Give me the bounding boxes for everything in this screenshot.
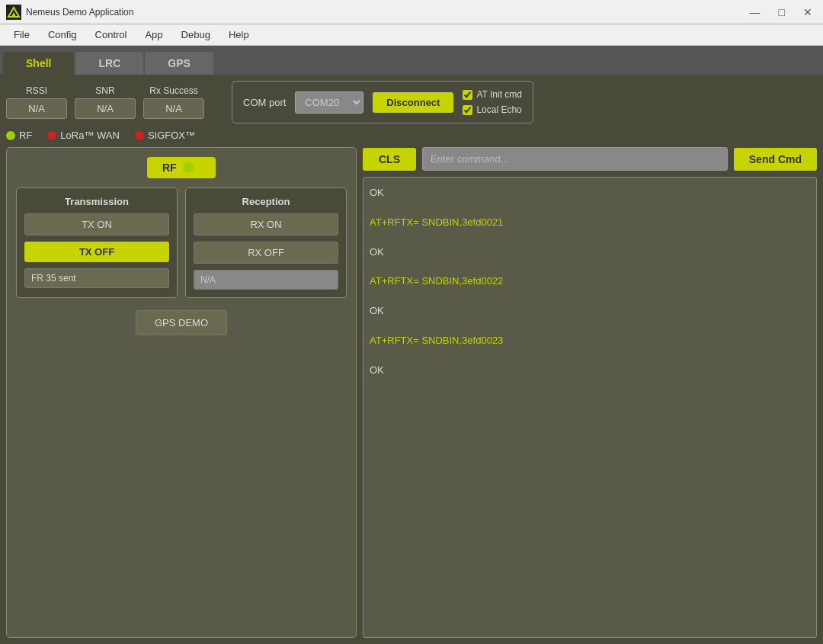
menu-debug[interactable]: Debug xyxy=(174,26,218,43)
command-input[interactable] xyxy=(422,147,728,171)
lora-radio[interactable]: LoRa™ WAN xyxy=(47,130,120,141)
log-area[interactable]: OKAT+RFTX= SNDBIN,3efd0021OKAT+RFTX= SND… xyxy=(363,177,817,638)
tab-gps[interactable]: GPS xyxy=(145,52,213,75)
app-logo xyxy=(6,5,21,20)
rf-dot xyxy=(6,131,15,140)
rf-toggle-label: RF xyxy=(162,162,177,174)
left-panel: RF Transmission TX ON TX OFF FR 35 sent … xyxy=(6,147,357,638)
com-section: COM port COM20 COM1 COM3 Disconnect AT I… xyxy=(232,81,533,123)
menu-control[interactable]: Control xyxy=(88,26,135,43)
snr-label: SNR xyxy=(95,85,114,96)
reception-title: Reception xyxy=(242,196,290,207)
rssi-metric: RSSI N/A xyxy=(6,85,67,119)
log-line: AT+RFTX= SNDBIN,3efd0023 xyxy=(370,332,810,351)
log-line: OK xyxy=(370,361,810,380)
rx-success-label: Rx Success xyxy=(149,85,197,96)
rx-status-field: N/A xyxy=(194,270,338,290)
metrics-group: RSSI N/A SNR N/A Rx Success N/A xyxy=(6,85,204,119)
log-line: AT+RFTX= SNDBIN,3efd0021 xyxy=(370,213,810,232)
sigfox-radio[interactable]: SIGFOX™ xyxy=(135,130,195,141)
transmission-title: Transmission xyxy=(65,196,129,207)
local-echo-checkbox-label[interactable]: Local Echo xyxy=(463,104,522,115)
maximize-button[interactable]: □ xyxy=(774,5,789,20)
menu-app[interactable]: App xyxy=(137,26,170,43)
content-area: RF Transmission TX ON TX OFF FR 35 sent … xyxy=(6,147,817,638)
checkbox-group: AT Init cmd Local Echo xyxy=(463,89,522,115)
window-controls: — □ ✕ xyxy=(745,5,817,20)
rf-radio[interactable]: RF xyxy=(6,130,32,141)
tabbar: Shell LRC GPS xyxy=(0,46,823,75)
info-bar: RSSI N/A SNR N/A Rx Success N/A COM port… xyxy=(6,81,817,123)
snr-value: N/A xyxy=(75,98,136,119)
at-init-label: AT Init cmd xyxy=(476,89,522,100)
local-echo-checkbox[interactable] xyxy=(463,105,472,115)
rx-on-button[interactable]: RX ON xyxy=(194,213,338,235)
local-echo-label: Local Echo xyxy=(476,104,521,115)
menubar: File Config Control App Debug Help xyxy=(0,24,823,46)
tx-on-button[interactable]: TX ON xyxy=(24,213,169,235)
disconnect-button[interactable]: Disconnect xyxy=(373,92,453,113)
com-port-select[interactable]: COM20 COM1 COM3 xyxy=(295,91,363,114)
gps-demo-button[interactable]: GPS DEMO xyxy=(136,310,227,335)
tx-status-field: FR 35 sent xyxy=(24,268,169,288)
main-area: RSSI N/A SNR N/A Rx Success N/A COM port… xyxy=(0,75,823,644)
rf-label: RF xyxy=(19,130,32,141)
rf-toggle-dot xyxy=(183,162,194,173)
tab-shell[interactable]: Shell xyxy=(3,52,74,75)
titlebar: Nemeus Demo Application — □ ✕ xyxy=(0,0,823,24)
lora-dot xyxy=(47,131,56,140)
cls-button[interactable]: CLS xyxy=(363,148,416,171)
cmd-bar: CLS Send Cmd xyxy=(363,147,817,171)
menu-config[interactable]: Config xyxy=(40,26,85,43)
rf-toggle-button[interactable]: RF xyxy=(147,157,216,178)
close-button[interactable]: ✕ xyxy=(799,5,817,20)
at-init-checkbox[interactable] xyxy=(463,90,472,100)
lora-label: LoRa™ WAN xyxy=(60,130,120,141)
tx-off-button[interactable]: TX OFF xyxy=(24,242,169,262)
log-line: OK xyxy=(370,184,810,203)
minimize-button[interactable]: — xyxy=(745,5,765,20)
log-line: OK xyxy=(370,302,810,321)
log-line: OK xyxy=(370,243,810,262)
reception-box: Reception RX ON RX OFF N/A xyxy=(185,187,347,298)
rssi-label: RSSI xyxy=(26,85,47,96)
send-cmd-button[interactable]: Send Cmd xyxy=(734,148,817,171)
tx-rx-row: Transmission TX ON TX OFF FR 35 sent Rec… xyxy=(16,187,347,298)
menu-help[interactable]: Help xyxy=(221,26,257,43)
tab-lrc[interactable]: LRC xyxy=(75,52,143,75)
rx-success-metric: Rx Success N/A xyxy=(143,85,204,119)
transmission-box: Transmission TX ON TX OFF FR 35 sent xyxy=(16,187,178,298)
snr-metric: SNR N/A xyxy=(75,85,136,119)
sigfox-dot xyxy=(135,131,144,140)
rx-off-button[interactable]: RX OFF xyxy=(194,242,338,264)
app-title: Nemeus Demo Application xyxy=(26,7,745,18)
com-label: COM port xyxy=(243,97,286,108)
rssi-value: N/A xyxy=(6,98,67,119)
at-init-checkbox-label[interactable]: AT Init cmd xyxy=(463,89,522,100)
sigfox-label: SIGFOX™ xyxy=(148,130,195,141)
log-line: AT+RFTX= SNDBIN,3efd0022 xyxy=(370,272,810,291)
right-panel: CLS Send Cmd OKAT+RFTX= SNDBIN,3efd0021O… xyxy=(363,147,817,638)
protocol-bar: RF LoRa™ WAN SIGFOX™ xyxy=(6,130,817,141)
rx-success-value: N/A xyxy=(143,98,204,119)
menu-file[interactable]: File xyxy=(6,26,37,43)
